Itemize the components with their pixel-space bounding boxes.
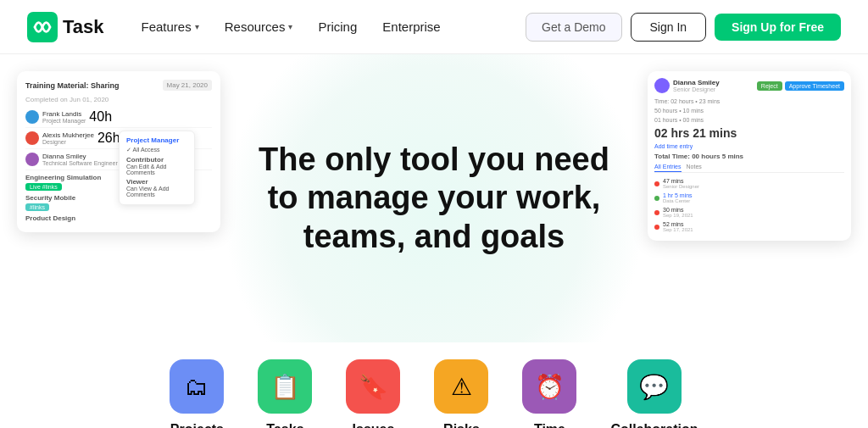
- tasks-icon: 📋: [258, 359, 312, 414]
- logo: Task: [27, 12, 104, 42]
- nav-item-enterprise[interactable]: Enterprise: [372, 14, 450, 39]
- feature-tasks[interactable]: 📋 Tasks: [258, 359, 312, 428]
- navbar: Task Features ▾ Resources ▾ Pricing Ente…: [0, 0, 868, 54]
- collaboration-icon: 💬: [627, 359, 682, 414]
- nav-links: Features ▾ Resources ▾ Pricing Enterpris…: [131, 14, 526, 39]
- logo-icon: [27, 12, 58, 42]
- time-icon: ⏰: [522, 359, 576, 414]
- feature-projects[interactable]: 🗂 Projects: [170, 359, 224, 428]
- chevron-down-icon: ▾: [288, 22, 292, 31]
- role-popup: Project Manager ✓ All Access Contributor…: [119, 131, 195, 205]
- status-dot: [654, 196, 659, 201]
- feature-issues[interactable]: 🔖 Issues: [346, 359, 400, 428]
- nav-actions: Get a Demo Sign In Sign Up for Free: [526, 13, 841, 42]
- status-dot: [654, 210, 659, 215]
- hero-text: The only tool you need to manage your wo…: [231, 141, 637, 257]
- reject-button[interactable]: Reject: [757, 81, 782, 91]
- logo-text: Task: [63, 16, 104, 38]
- features-section: 🗂 Projects 📋 Tasks 🔖 Issues ⚠ Risks ⏰ Ti…: [0, 342, 868, 428]
- sign-in-button[interactable]: Sign In: [631, 13, 707, 42]
- nav-item-resources[interactable]: Resources ▾: [214, 14, 303, 39]
- nav-item-features[interactable]: Features ▾: [131, 14, 209, 39]
- right-screenshot: Dianna Smiley Senior Designer Reject App…: [648, 71, 851, 241]
- user-avatar: [654, 78, 670, 93]
- projects-icon: 🗂: [170, 359, 224, 414]
- left-screenshot: Training Material: Sharing May 21, 2020 …: [17, 71, 220, 232]
- nav-item-pricing[interactable]: Pricing: [308, 14, 367, 39]
- status-dot: [654, 181, 659, 186]
- hero-heading: The only tool you need to manage your wo…: [231, 141, 637, 257]
- feature-time[interactable]: ⏰ Time: [522, 359, 576, 428]
- feature-risks[interactable]: ⚠ Risks: [434, 359, 488, 428]
- approve-button[interactable]: Approve Timesheet: [785, 81, 844, 91]
- chevron-down-icon: ▾: [195, 22, 199, 31]
- status-dot: [654, 225, 659, 230]
- feature-collaboration[interactable]: 💬 Collaboration: [610, 359, 698, 428]
- risks-icon: ⚠: [434, 359, 488, 414]
- hero-section: Training Material: Sharing May 21, 2020 …: [0, 54, 868, 342]
- issues-icon: 🔖: [346, 359, 400, 414]
- get-demo-button[interactable]: Get a Demo: [526, 13, 621, 42]
- sign-up-button[interactable]: Sign Up for Free: [715, 14, 841, 41]
